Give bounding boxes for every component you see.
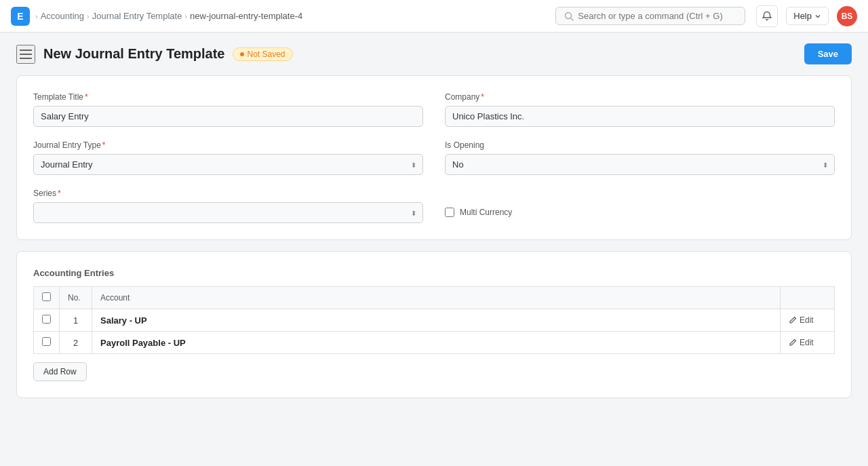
is-opening-group: Is Opening No Yes ⬍: [445, 140, 835, 175]
table-row: 2 Payroll Payable - UP Edit: [34, 332, 835, 354]
multi-currency-label[interactable]: Multi Currency: [460, 208, 512, 217]
help-button[interactable]: Help: [786, 7, 829, 25]
page-header: New Journal Entry Template Not Saved Sav…: [0, 33, 868, 75]
form-grid: Template Title* Company* Journal Entry T…: [33, 92, 835, 223]
search-icon: [564, 12, 574, 21]
row1-edit-button[interactable]: Edit: [789, 315, 814, 325]
select-all-checkbox[interactable]: [42, 292, 51, 301]
row2-check-cell: [34, 332, 60, 354]
breadcrumb-sep-0: ›: [35, 12, 38, 20]
row2-no: 2: [60, 332, 92, 354]
journal-entry-type-select[interactable]: Journal Entry Bank Entry Cash Entry Cred…: [33, 154, 423, 175]
breadcrumb: › Accounting › Journal Entry Template › …: [35, 11, 550, 21]
is-opening-wrapper: No Yes ⬍: [445, 154, 835, 175]
notifications-button[interactable]: [756, 5, 778, 27]
series-select[interactable]: [33, 202, 423, 223]
accounting-entries-title: Accounting Entries: [33, 268, 835, 278]
edit-icon: [789, 338, 797, 347]
journal-entry-type-label: Journal Entry Type*: [33, 140, 423, 150]
search-input[interactable]: [578, 11, 736, 21]
status-badge: Not Saved: [233, 47, 292, 61]
template-title-group: Template Title*: [33, 92, 423, 127]
topnav-right: Help BS: [756, 5, 857, 27]
template-title-label: Template Title*: [33, 92, 423, 102]
is-opening-select[interactable]: No Yes: [445, 154, 835, 175]
multi-currency-checkbox[interactable]: [445, 208, 454, 217]
entries-table-body: 1 Salary - UP Edit 2: [34, 309, 835, 354]
series-label: Series*: [33, 189, 423, 198]
entries-table-header-row: No. Account: [34, 287, 835, 309]
avatar[interactable]: BS: [837, 6, 857, 26]
entries-table-head: No. Account: [34, 287, 835, 309]
breadcrumb-current: new-journal-entry-template-4: [190, 11, 302, 21]
form-card: Template Title* Company* Journal Entry T…: [16, 75, 852, 240]
row1-action: Edit: [781, 309, 835, 332]
app-logo[interactable]: E: [11, 7, 30, 26]
row1-account: Salary - UP: [92, 309, 781, 332]
bell-icon: [762, 11, 772, 22]
col-header-check: [34, 287, 60, 309]
svg-line-1: [571, 18, 574, 20]
add-row-button[interactable]: Add Row: [33, 362, 87, 381]
series-wrapper: ⬍: [33, 202, 423, 223]
edit-icon: [789, 316, 797, 324]
series-group: Series* ⬍: [33, 189, 423, 223]
row1-checkbox[interactable]: [42, 315, 51, 324]
multi-currency-row: Multi Currency: [445, 208, 835, 217]
accounting-entries-card: Accounting Entries No. Account 1 Salary …: [16, 251, 852, 398]
breadcrumb-sep-1: ›: [87, 12, 90, 20]
journal-entry-type-group: Journal Entry Type* Journal Entry Bank E…: [33, 140, 423, 175]
topnav: E › Accounting › Journal Entry Template …: [0, 0, 868, 33]
chevron-down-icon: [814, 13, 821, 20]
company-input[interactable]: [445, 106, 835, 127]
col-header-account: Account: [92, 287, 781, 309]
template-title-input[interactable]: [33, 106, 423, 127]
row1-check-cell: [34, 309, 60, 332]
breadcrumb-sep-2: ›: [184, 12, 187, 20]
multi-currency-group: placeholder Multi Currency: [445, 189, 835, 223]
status-dot: [240, 52, 244, 56]
row1-no: 1: [60, 309, 92, 332]
save-button[interactable]: Save: [804, 43, 852, 64]
row2-action: Edit: [781, 332, 835, 354]
search-bar[interactable]: [555, 7, 745, 25]
journal-entry-type-wrapper: Journal Entry Bank Entry Cash Entry Cred…: [33, 154, 423, 175]
col-header-action: [781, 287, 835, 309]
hamburger-icon: [20, 50, 32, 59]
breadcrumb-item-accounting[interactable]: Accounting: [41, 11, 84, 21]
table-row: 1 Salary - UP Edit: [34, 309, 835, 332]
row2-account: Payroll Payable - UP: [92, 332, 781, 354]
sidebar-toggle-button[interactable]: [16, 45, 35, 64]
row2-edit-button[interactable]: Edit: [789, 338, 814, 347]
is-opening-label: Is Opening: [445, 140, 835, 150]
page-header-left: New Journal Entry Template Not Saved: [16, 45, 293, 64]
page-title: New Journal Entry Template: [43, 46, 224, 62]
breadcrumb-item-journal-entry-template[interactable]: Journal Entry Template: [92, 11, 182, 21]
row2-checkbox[interactable]: [42, 337, 51, 346]
company-group: Company*: [445, 92, 835, 127]
company-label: Company*: [445, 92, 835, 102]
col-header-no: No.: [60, 287, 92, 309]
entries-table: No. Account 1 Salary - UP: [33, 286, 835, 354]
